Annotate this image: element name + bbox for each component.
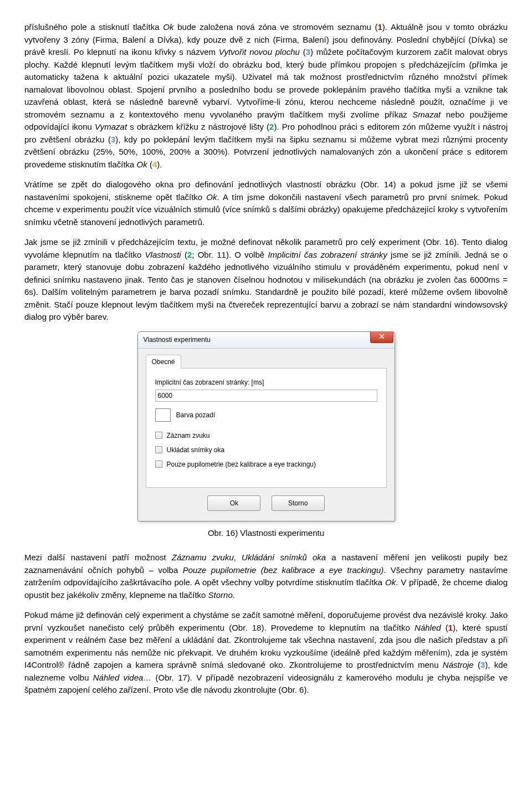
checkbox-pupilometry-label: Pouze pupilometrie (bez kalibrace a eye … [167,459,316,469]
close-button[interactable] [370,332,393,343]
paragraph-5: Pokud máme již definován celý experiment… [24,609,508,697]
tab-general[interactable]: Obecné [146,355,181,369]
bg-color-label: Barva pozadí [176,410,216,420]
dialog-titlebar: Vlastnosti experimentu [138,332,395,349]
checkbox-sound-label: Záznam zvuku [167,431,210,441]
paragraph-2: Vrátíme se zpět do dialogového okna pro … [24,178,508,228]
implicit-time-input[interactable] [155,390,377,402]
dialog-title: Vlastnosti experimentu [144,335,211,345]
figure-caption: Obr. 16) Vlastnosti experimentu [24,527,508,540]
close-icon [379,332,385,342]
checkbox-pupilometry[interactable] [155,461,162,468]
implicit-time-label: Implicitní čas zobrazení stránky: [ms] [155,377,377,387]
tab-panel-general: Implicitní čas zobrazení stránky: [ms] B… [146,368,387,488]
cancel-button[interactable]: Storno [272,495,325,511]
checkbox-save-eye[interactable] [155,446,162,453]
ok-button[interactable]: Ok [207,495,260,511]
dialog-experiment-properties: Vlastnosti experimentu Obecné Implicitní… [137,331,395,521]
paragraph-4: Mezi další nastavení patří možnost Zázna… [24,551,508,601]
paragraph-3: Jak jsme se již zmínili v předcházejícím… [24,236,508,324]
checkbox-sound[interactable] [155,432,162,439]
figure-16: Vlastnosti experimentu Obecné Implicitní… [24,331,508,521]
checkbox-save-eye-label: Ukládat snímky oka [167,445,225,455]
bg-color-swatch[interactable] [155,408,171,422]
paragraph-1: příslušného pole a stisknutí tlačítka Ok… [24,21,508,171]
